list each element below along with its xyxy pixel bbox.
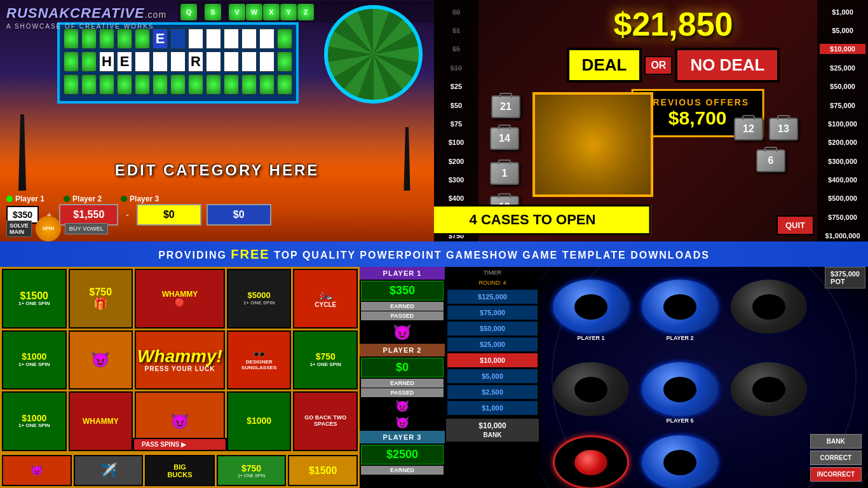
buzzer-player5-wrap: PLAYER 5 [642,362,718,424]
quit-button[interactable]: QUIT [776,215,814,235]
press-luck-label: PRESS YOUR LUCK [145,365,215,372]
briefcase-1[interactable]: 1 [490,162,519,185]
money-1: $1 [437,25,476,36]
banner-text-rest: TOP QUALITY POWERPOINT GAMESHOW GAME TEM… [274,250,710,261]
cell [188,74,203,95]
buzzer-hole-4 [574,377,607,402]
buzzer-player7[interactable] [553,435,629,488]
site-logo: RUSNAKCREATIVE.com A SHOWCASE OF CREATIV… [6,5,166,30]
p-10k-highlight: $10,000 [447,353,538,367]
no-deal-button[interactable]: NO DEAL [675,48,780,83]
money-25: $25 [437,81,476,92]
incorrect-button[interactable]: INCORRECT [810,467,862,482]
player3-dot [121,196,127,202]
deal-button[interactable]: DEAL [567,48,642,83]
buzzer-player5[interactable] [642,362,718,416]
players-row: Player 1 Player 2 Player 3 [0,194,434,203]
money-10000: $10,000 [820,44,865,54]
deal-or-no-deal-panel: $0 $1 $5 $10 $25 $50 $75 $100 $200 $300 … [434,0,868,248]
luck-1500-2: $1500 [288,455,358,486]
banner-text-providing: PROVIDING [158,250,231,261]
alpha-v: V [229,4,245,20]
buzzer-player2[interactable] [642,280,718,334]
luck-cell-sunglasses: 🕶️ DESIGNER SUNGLASSES [227,330,292,390]
luck-cell-go-back: GO BACK TWO SPACES [293,391,358,451]
action-buttons: BANK CORRECT INCORRECT [810,434,862,482]
luck-score-section: PLAYER 1 $350 EARNED PASSED 😈 PLAYER 2 $… [360,267,445,488]
player3-label: Player 3 [121,194,159,203]
briefcase-6[interactable]: 6 [756,149,785,172]
cell-e2: E [117,51,132,72]
player1-score-header: PLAYER 1 [360,267,445,280]
briefcase-14[interactable]: 14 [490,127,519,150]
gold-case-display [532,92,653,197]
bank-button[interactable]: BANK [810,434,862,449]
alpha-x: X [263,4,280,20]
cell [81,29,97,49]
player2-dot [64,196,70,202]
player1-score-amount: $350 [361,281,444,301]
luck-cell-1000: $1000 [227,391,292,451]
timer-label: TIMER [445,267,540,278]
cell [153,51,168,72]
buzzer-player7-wrap: PLAYER 7 [553,435,629,488]
buzzer-player1[interactable] [553,280,629,334]
buzzer-player4-wrap [553,362,629,416]
luck-trip: ✈️ [74,455,144,486]
cell [117,29,132,49]
money-500000: $500,000 [820,193,865,203]
cell [170,51,186,72]
money-200: $200 [437,156,476,166]
cell [188,29,203,49]
whammy-icon-3: 😈 [360,414,445,431]
board-row-1: E [64,29,292,49]
cell [170,74,186,95]
letter-board: E H E R [57,22,299,104]
luck-cell-1500: $1500 1+ ONE SPIN [2,269,67,329]
correct-button[interactable]: CORRECT [810,451,862,465]
money-300: $300 [437,175,476,185]
round-label: ROUND: 4 [445,278,540,287]
buzzer-player6[interactable] [731,362,807,416]
cell [259,74,275,95]
luck-cell-750: $750 🎁 [69,269,133,329]
pressure-amounts: $125,000 $75,000 $50,000 $25,000 $10,000… [445,287,540,417]
buzzer-hole-7 [574,450,607,475]
player2-label: Player 2 [64,194,102,203]
buzzer-player3[interactable] [731,280,807,334]
money-750000: $750,000 [820,212,865,222]
logo-subtitle: A SHOWCASE OF CREATIVE WORKS [6,23,166,30]
briefcase-12[interactable]: 12 [734,118,763,140]
briefcase-21[interactable]: 21 [491,95,520,118]
briefcase-13[interactable]: 13 [769,118,798,140]
p-75k: $75,000 [447,306,538,320]
spin-button[interactable]: SPIN [36,216,61,241]
luck-big-bucks: BIG BUCKS [145,455,215,486]
money-300000: $300,000 [820,156,865,166]
pass-spins-button[interactable]: PASS SPINS ▶ [133,438,227,451]
minus-sign: - [126,210,129,220]
cell [99,74,114,95]
luck-cell-1000-spin1: $1000 1+ ONE SPIN [2,330,67,390]
buzzer-player4[interactable] [553,362,629,416]
money-1000000: $1,000,000 [820,231,865,241]
banner-free-text: FREE [231,247,269,261]
player1-label: Player 1 [6,194,44,203]
cell [117,74,132,95]
cell [170,29,186,49]
buzzer-hole-5 [663,377,696,402]
money-5: $5 [437,44,476,54]
money-10: $10 [437,63,476,73]
buzzer-player8[interactable] [642,435,718,488]
promo-banner: PROVIDING FREE TOP QUALITY POWERPOINT GA… [0,241,868,267]
buy-vowel-button[interactable]: BUY VOWEL [65,223,108,234]
board-row-3 [64,74,292,95]
luck-cell-whammy1: WHAMMY🔴 [135,269,225,329]
money-75000: $75,000 [820,100,865,111]
p-25k: $25,000 [447,337,538,351]
whammy-logo: Whammy! [137,348,222,365]
cell-e: E [153,29,168,49]
player1-passed: PASSED [361,311,444,320]
banner-text: PROVIDING FREE TOP QUALITY POWERPOINT GA… [158,247,710,262]
cell [64,51,79,72]
